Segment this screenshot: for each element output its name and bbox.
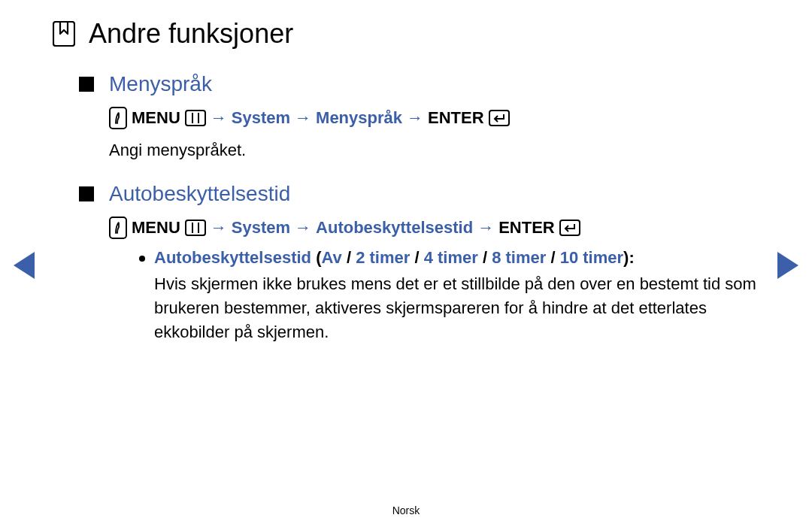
- arrow: →: [211, 108, 227, 128]
- prev-page-arrow[interactable]: [14, 252, 35, 279]
- svg-rect-0: [53, 22, 74, 46]
- dot-bullet-icon: [139, 256, 145, 262]
- menu-button-icon: [185, 110, 206, 126]
- section-autobeskyttelsestid: Autobeskyttelsestid MENU: [79, 182, 759, 344]
- menu-label: MENU: [132, 108, 180, 128]
- section-title: Autobeskyttelsestid: [109, 182, 290, 206]
- section-title: Menyspråk: [109, 72, 212, 96]
- opt-8timer: 8 timer: [492, 248, 546, 267]
- path-autobeskyttelsestid: Autobeskyttelsestid: [316, 218, 473, 238]
- next-page-arrow[interactable]: [777, 252, 798, 279]
- section-head: Menyspråk: [79, 72, 759, 96]
- remote-icon: [109, 107, 127, 129]
- opt-4timer: 4 timer: [424, 248, 478, 267]
- section-head: Autobeskyttelsestid: [79, 182, 759, 206]
- path-menysprak: Menyspråk: [316, 108, 402, 128]
- section-body: MENU → System → Autobeskyttelsestid → EN…: [109, 217, 759, 344]
- option-desc: Hvis skjermen ikke brukes mens det er et…: [154, 272, 759, 344]
- section-body: MENU → System → Menyspråk → ENTER: [109, 107, 759, 162]
- option-bullet: Autobeskyttelsestid (Av / 2 timer / 4 ti…: [139, 248, 759, 344]
- page-title-row: Andre funksjoner: [53, 18, 759, 50]
- menu-path: MENU → System → Menyspråk → ENTER: [109, 107, 759, 129]
- arrow: →: [295, 108, 311, 128]
- section-menysprak: Menyspråk MENU →: [79, 72, 759, 162]
- path-system: System: [232, 218, 290, 238]
- opt-10timer: 10 timer: [560, 248, 623, 267]
- square-bullet-icon: [79, 77, 94, 92]
- option-head: Autobeskyttelsestid (Av / 2 timer / 4 ti…: [139, 248, 759, 268]
- menu-label: MENU: [132, 218, 180, 238]
- footer-language: Norsk: [0, 504, 812, 516]
- arrow: →: [211, 218, 227, 238]
- opt-av: Av: [322, 248, 342, 267]
- option-label: Autobeskyttelsestid: [154, 248, 311, 267]
- opt-2timer: 2 timer: [356, 248, 410, 267]
- svg-rect-2: [186, 111, 205, 126]
- bookmark-icon: [53, 21, 75, 47]
- svg-rect-7: [186, 220, 205, 235]
- enter-label: ENTER: [498, 218, 555, 238]
- enter-label: ENTER: [428, 108, 484, 128]
- section-desc: Angi menyspråket.: [109, 138, 759, 162]
- path-system: System: [232, 108, 290, 128]
- enter-button-icon: [559, 220, 580, 236]
- arrow: →: [407, 108, 423, 128]
- manual-page: Andre funksjoner Menyspråk MENU: [0, 0, 812, 530]
- enter-button-icon: [489, 110, 510, 126]
- remote-icon: [109, 217, 127, 239]
- page-title: Andre funksjoner: [89, 18, 293, 50]
- arrow: →: [295, 218, 311, 238]
- menu-button-icon: [185, 220, 206, 236]
- option-text: Autobeskyttelsestid (Av / 2 timer / 4 ti…: [154, 248, 635, 268]
- arrow: →: [477, 218, 494, 238]
- menu-path: MENU → System → Autobeskyttelsestid → EN…: [109, 217, 759, 239]
- square-bullet-icon: [79, 186, 94, 201]
